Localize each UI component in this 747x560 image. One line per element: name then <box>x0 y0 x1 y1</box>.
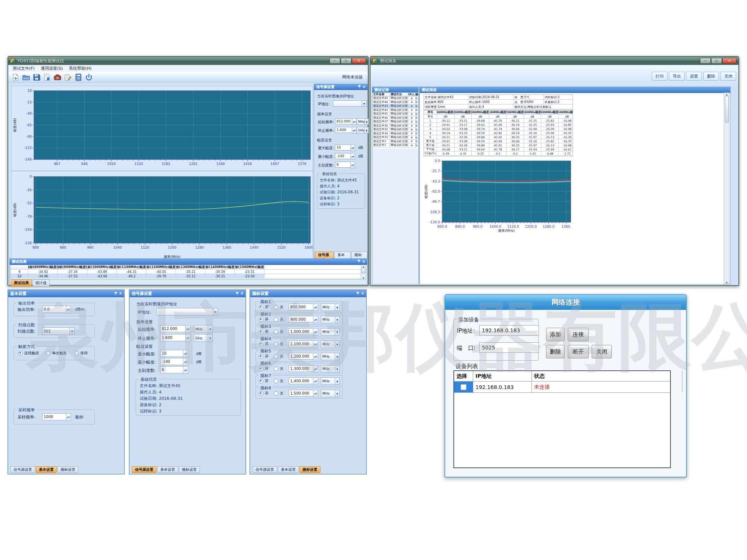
tab-2[interactable]: 频标设置 <box>58 466 78 473</box>
menu-item[interactable]: 测试文件(F) <box>10 65 38 72</box>
marker-freq-input[interactable]: 1,300.000 <box>289 365 316 372</box>
chevron-down-icon[interactable]: ▼ <box>335 316 340 323</box>
pin-icon[interactable] <box>356 292 359 295</box>
chevron-down-icon[interactable]: ▼ <box>208 335 213 342</box>
pin-icon[interactable] <box>236 292 239 295</box>
camera-icon[interactable] <box>54 74 61 81</box>
panel-titlebar[interactable]: 基本设置 × <box>8 290 124 297</box>
minimize-button[interactable]: — <box>700 58 711 64</box>
stop-freq-input[interactable]: 1.600 <box>160 334 188 341</box>
table-row[interactable]: 文件名称测试方法操作人员试验日期 <box>372 93 418 97</box>
divisions-input[interactable]: 6 <box>160 366 186 373</box>
delete-button[interactable]: 删除 <box>546 345 565 358</box>
chevron-down-icon[interactable]: ▼ <box>335 304 340 311</box>
marker-unit-combo[interactable]: MHz▼ <box>321 390 340 397</box>
table-row[interactable]: 频标(800MHz)幅度值频标(900MHz)幅度值频标(1000MHz)幅度值… <box>11 265 361 270</box>
chevron-down-icon[interactable]: ▼ <box>213 308 218 315</box>
spinner[interactable]: ▲▼ <box>313 304 318 311</box>
add-button[interactable]: 添加 <box>546 328 565 341</box>
minimize-button[interactable]: — <box>329 58 340 64</box>
spinner[interactable]: ▲▼ <box>185 334 190 342</box>
menu-item[interactable]: 通用设置(S) <box>38 65 66 72</box>
power-input[interactable]: 0.0 <box>42 306 68 313</box>
marker-on-radio[interactable]: 开 <box>259 329 269 335</box>
scrollbar[interactable]: ▲▼ <box>361 265 366 280</box>
chevron-down-icon[interactable]: ▼ <box>69 328 74 335</box>
tab-1[interactable]: 基本设置 <box>157 466 178 473</box>
marker-unit-combo[interactable]: MHz▼ <box>321 365 340 373</box>
spinner[interactable]: ▲▼ <box>313 328 318 336</box>
tab-0[interactable]: 信号源设置 <box>132 466 156 473</box>
maximize-button[interactable]: □ <box>711 58 722 64</box>
calculator-icon[interactable] <box>75 74 82 81</box>
min-amp-input[interactable]: -140 <box>160 358 186 365</box>
max-amp-input[interactable]: 10 <box>160 350 186 357</box>
table-row[interactable]: 测试文件42网络分析仪测量法42016-08-31 <box>372 108 418 112</box>
spinner[interactable]: ▲▼ <box>352 127 357 134</box>
tab-2[interactable]: 频标设置 <box>300 466 320 473</box>
marker-freq-input[interactable]: 1,000.000 <box>289 328 316 335</box>
table-row[interactable]: 测试文件37网络分析仪测量法42016-08-31 <box>372 120 418 124</box>
export-button[interactable]: 导出 <box>669 72 685 81</box>
panel-close-icon[interactable]: × <box>362 260 365 264</box>
marker-off-radio[interactable]: 关 <box>274 391 283 396</box>
marker-unit-combo[interactable]: MHz▼ <box>321 316 340 323</box>
stop-freq-unit-combo[interactable]: GHz▼ <box>357 127 369 134</box>
table-row[interactable]: 测试文件33网络分析仪测量法42016-08-31 <box>372 136 418 140</box>
spinner[interactable]: ▲▼ <box>183 350 188 358</box>
table-row[interactable]: 测试文件44网络分析仪测量法42016-08-31 <box>372 100 418 105</box>
tab-0[interactable]: 信号源设置 <box>10 466 35 473</box>
points-combo[interactable]: 501▼ <box>42 327 75 335</box>
open-folder-icon[interactable] <box>22 74 30 81</box>
table-row[interactable]: 测试文件45网络分析仪测量法42016-08-31 <box>372 97 418 101</box>
marker-freq-input[interactable]: 1,500.000 <box>289 390 316 396</box>
panel-close-icon[interactable]: × <box>119 292 122 295</box>
marker-off-radio[interactable]: 关 <box>274 329 283 335</box>
spinner[interactable]: ▲▼ <box>350 153 355 160</box>
marker-off-radio[interactable]: 关 <box>274 305 283 310</box>
marker-on-radio[interactable]: 开 <box>259 379 269 384</box>
chevron-down-icon[interactable]: ▼ <box>335 329 340 335</box>
panel-titlebar[interactable]: 信号源设置 × <box>314 84 368 90</box>
delete-button[interactable]: 删除 <box>703 72 719 81</box>
spinner[interactable]: ▲▼ <box>313 365 318 373</box>
marker-freq-input[interactable]: 1,100.000 <box>289 340 316 347</box>
connect-button[interactable]: 连接 <box>568 328 589 341</box>
chevron-down-icon[interactable]: ▼ <box>335 390 340 397</box>
close-button[interactable]: × <box>722 58 737 64</box>
chevron-down-icon[interactable]: ▼ <box>362 101 366 106</box>
pin-icon[interactable] <box>114 292 117 295</box>
tab-1[interactable]: 统计值 <box>32 280 50 286</box>
sample-input[interactable]: 1000 <box>42 413 68 420</box>
panel-close-icon[interactable]: × <box>363 85 366 89</box>
marker-freq-input[interactable]: 1,400.000 <box>289 377 316 384</box>
device-row[interactable]: 192.168.0.183未连接 <box>454 382 670 393</box>
edit-note-icon[interactable] <box>64 74 72 81</box>
chevron-down-icon[interactable]: ▼ <box>335 365 340 372</box>
stop-freq-unit-combo[interactable]: GHz▼ <box>194 334 213 342</box>
spinner[interactable]: ▲▼ <box>183 366 188 374</box>
export-report-icon[interactable] <box>43 74 51 81</box>
settings-button[interactable]: 设置 <box>686 72 702 81</box>
window-titlebar[interactable]: 测试报表 — □ × <box>371 57 738 65</box>
spinner[interactable]: ▲▼ <box>313 340 318 348</box>
print-button[interactable]: 打印 <box>652 72 667 81</box>
device-checkbox[interactable] <box>461 384 467 390</box>
pin-icon[interactable] <box>358 85 361 88</box>
start-freq-unit-combo[interactable]: MHz▼ <box>194 325 213 333</box>
table-row[interactable]: 10-34.96-37.53-43.94-46.2-39.79-35.11-30… <box>11 274 361 279</box>
pin-icon[interactable] <box>357 260 360 263</box>
marker-freq-input[interactable]: 1,200.000 <box>289 353 316 360</box>
marker-off-radio[interactable]: 关 <box>274 342 283 347</box>
panel-close-icon[interactable]: × <box>361 292 364 295</box>
maximize-button[interactable]: □ <box>341 58 351 64</box>
marker-on-radio[interactable]: 开 <box>259 342 269 347</box>
trigger-radio-1[interactable]: 单次触发 <box>46 351 67 356</box>
panel-titlebar[interactable]: 频标设置 × <box>250 290 366 297</box>
menu-item[interactable]: 系统帮助(H) <box>66 65 95 72</box>
window-titlebar[interactable]: YG911防辐射性能测试仪 — □ × <box>8 57 368 65</box>
table-row[interactable]: 测试文件36网络分析仪测量法42016-08-31 <box>372 124 418 128</box>
spinner[interactable]: ▲▼ <box>185 325 190 333</box>
tab-0[interactable]: 测试结果 <box>11 280 32 286</box>
marker-off-radio[interactable]: 关 <box>274 366 283 371</box>
